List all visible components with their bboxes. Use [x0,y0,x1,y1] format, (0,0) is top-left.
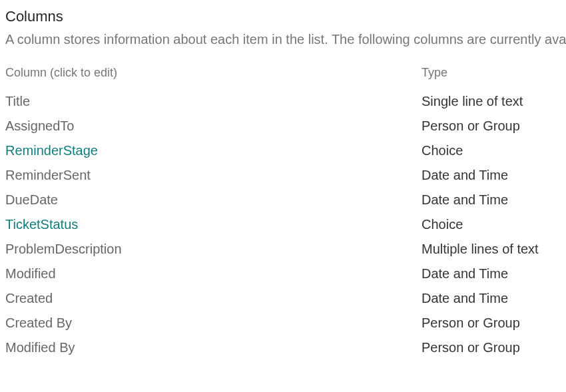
column-name-link[interactable]: Title [5,89,422,114]
column-type: Multiple lines of text [422,237,561,262]
column-type: Person or Group [422,335,561,360]
table-row: ModifiedDate and Time [5,262,561,286]
column-name-link[interactable]: Modified [5,262,422,286]
column-type: Choice [422,138,561,163]
columns-section-title: Columns [5,8,561,25]
column-type: Date and Time [422,286,561,311]
table-row: Created ByPerson or Group [5,311,561,335]
column-type: Date and Time [422,163,561,188]
table-row: ProblemDescriptionMultiple lines of text [5,237,561,262]
table-row: Modified ByPerson or Group [5,335,561,360]
columns-section-description: A column stores information about each i… [5,32,561,47]
table-row: AssignedToPerson or Group [5,114,561,138]
column-name-link[interactable]: Created [5,286,422,311]
column-name-link[interactable]: Created By [5,311,422,335]
column-name-link[interactable]: DueDate [5,188,422,212]
table-row: ReminderSentDate and Time [5,163,561,188]
columns-table: Column (click to edit) Type TitleSingle … [5,62,561,360]
table-row: DueDateDate and Time [5,188,561,212]
column-name-link[interactable]: ReminderSent [5,163,422,188]
columns-header-type[interactable]: Type [422,62,561,89]
column-type: Person or Group [422,114,561,138]
column-name-link[interactable]: ReminderStage [5,138,422,163]
column-name-link[interactable]: AssignedTo [5,114,422,138]
column-type: Date and Time [422,262,561,286]
table-row: CreatedDate and Time [5,286,561,311]
columns-header-name[interactable]: Column (click to edit) [5,62,422,89]
column-type: Date and Time [422,188,561,212]
column-name-link[interactable]: ProblemDescription [5,237,422,262]
column-type: Choice [422,212,561,237]
table-row: TicketStatusChoice [5,212,561,237]
column-type: Person or Group [422,311,561,335]
column-name-link[interactable]: Modified By [5,335,422,360]
column-type: Single line of text [422,89,561,114]
table-row: ReminderStageChoice [5,138,561,163]
table-row: TitleSingle line of text [5,89,561,114]
column-name-link[interactable]: TicketStatus [5,212,422,237]
